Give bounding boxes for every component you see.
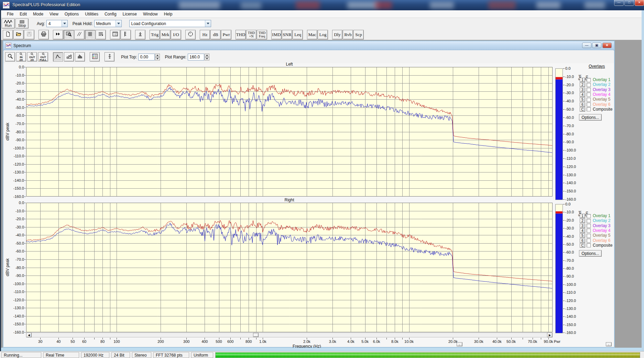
scrollbar-right-arrow[interactable]: ▶: [547, 333, 553, 337]
notes-display-button[interactable]: [96, 30, 106, 40]
overlay-set-button-6[interactable]: 6: [580, 238, 585, 243]
zoom-in-2x-button[interactable]: IN2X: [16, 52, 26, 61]
run-post-process-button[interactable]: [53, 30, 63, 40]
overlay-set-button-3[interactable]: 3: [580, 88, 585, 92]
overlay-on-checkbox-1[interactable]: [587, 214, 591, 218]
window-maximize-button[interactable]: □: [624, 0, 634, 6]
plot-top-input[interactable]: [138, 54, 155, 60]
signal-generator-button[interactable]: [135, 30, 145, 40]
spectrum-plot-left[interactable]: [26, 67, 553, 197]
window-minimize-button[interactable]: —: [614, 0, 624, 6]
overlay-on-checkbox-3[interactable]: [587, 224, 591, 228]
scrollbar-thumb[interactable]: [253, 333, 259, 337]
spectrum-restore-button[interactable]: ▣: [592, 43, 601, 48]
plot-top-spin-up[interactable]: [155, 54, 160, 57]
menu-edit[interactable]: Edit: [17, 11, 30, 17]
overlay-on-checkbox-6[interactable]: [587, 238, 591, 243]
overlay-on-checkbox-3[interactable]: [587, 88, 591, 92]
save-button[interactable]: [24, 30, 34, 40]
snr-button[interactable]: SNR: [282, 30, 292, 40]
spectrogram-display-button[interactable]: [85, 30, 95, 40]
menu-options[interactable]: Options: [62, 11, 82, 17]
menu-view[interactable]: View: [46, 11, 62, 17]
scale-button[interactable]: [121, 30, 131, 40]
plot-range-spin-down[interactable]: [205, 57, 209, 60]
spectrum-minimize-button[interactable]: —: [582, 43, 591, 48]
overlay-on-checkbox-5[interactable]: [587, 234, 591, 238]
overlay-on-checkbox-4[interactable]: [587, 92, 591, 97]
histogram-plot-button[interactable]: [75, 52, 85, 61]
marker-button[interactable]: Mrk: [160, 30, 171, 40]
plot-top-spin-down[interactable]: [155, 57, 160, 60]
load-configuration-select[interactable]: Load Configuration: [129, 20, 211, 27]
overlay-on-checkbox-2[interactable]: [587, 219, 591, 223]
hz-button[interactable]: Hz: [200, 30, 210, 40]
plot-range-spin-up[interactable]: [205, 54, 209, 57]
overlay-on-checkbox-6[interactable]: [587, 102, 591, 107]
thd-n-button[interactable]: THD+N: [246, 30, 256, 40]
overlay-set-button-c[interactable]: C: [580, 243, 585, 248]
pane-splitter-box-right[interactable]: ⌞: [606, 342, 612, 346]
thd-button[interactable]: THD: [236, 30, 246, 40]
zoom-out-2x-button[interactable]: OUT2X: [27, 52, 37, 61]
menu-help[interactable]: Help: [161, 11, 176, 17]
leq-button[interactable]: Leq: [293, 30, 303, 40]
overlay-set-button-2[interactable]: 2: [580, 82, 585, 87]
new-file-button[interactable]: [3, 30, 13, 40]
overlay-set-button-4[interactable]: 4: [580, 228, 585, 233]
window-close-button[interactable]: ✕: [635, 0, 644, 6]
zoom-tool-button[interactable]: [5, 52, 15, 61]
delay-button[interactable]: Dly: [332, 30, 342, 40]
horizontal-scrollbar[interactable]: [26, 333, 553, 337]
thd-freq-button[interactable]: THDFreq: [257, 30, 267, 40]
scope-button[interactable]: Scp: [353, 30, 364, 40]
run-button[interactable]: Run: [2, 19, 15, 29]
overlay-set-button-1[interactable]: 1: [580, 78, 585, 82]
overlay-on-checkbox-5[interactable]: [587, 98, 591, 102]
stop-button[interactable]: Stop: [15, 19, 29, 29]
trigger-button[interactable]: Trig: [150, 30, 160, 40]
open-file-button[interactable]: [13, 30, 24, 40]
overlay-set-button-6[interactable]: 6: [580, 102, 585, 107]
imd-button[interactable]: IMD: [271, 30, 282, 40]
plot-options-button[interactable]: [90, 52, 100, 61]
avg-select[interactable]: 4: [46, 20, 68, 27]
zoom-display-button[interactable]: [64, 30, 74, 40]
scrollbar-left-arrow[interactable]: ◀: [26, 333, 32, 337]
menu-file[interactable]: File: [4, 11, 17, 17]
menu-window[interactable]: Window: [140, 11, 161, 17]
avg-dropdown-button[interactable]: [62, 20, 67, 27]
overlay-on-checkbox-c[interactable]: [587, 243, 591, 247]
menu-mode[interactable]: Mode: [30, 11, 46, 17]
pane-splitter-box[interactable]: ⌞: [457, 342, 462, 346]
overlays-options-button[interactable]: Options...: [579, 250, 602, 257]
peak-hold-dropdown-button[interactable]: [116, 20, 121, 27]
vertical-scale-button[interactable]: [105, 52, 114, 61]
bar-plot-button[interactable]: [64, 52, 74, 61]
line-plot-button[interactable]: [53, 52, 63, 61]
overlay-set-button-4[interactable]: 4: [580, 92, 585, 97]
overlay-set-button-1[interactable]: 1: [580, 214, 585, 218]
overlay-set-button-2[interactable]: 2: [580, 219, 585, 223]
load-configuration-dropdown-button[interactable]: [205, 20, 211, 27]
log-button[interactable]: Log: [318, 30, 328, 40]
reverb-button[interactable]: Rvb: [343, 30, 353, 40]
db-button[interactable]: dB: [210, 30, 221, 40]
overlays-options-button[interactable]: Options...: [579, 114, 602, 121]
menu-utilities[interactable]: Utilities: [82, 11, 101, 17]
overlay-on-checkbox-1[interactable]: [587, 78, 591, 82]
spectrum-close-button[interactable]: ✕: [602, 43, 612, 48]
overlay-set-button-3[interactable]: 3: [580, 224, 585, 228]
print-button[interactable]: [39, 30, 49, 40]
spectrum-plot-right[interactable]: [26, 203, 553, 332]
overlay-set-button-c[interactable]: C: [580, 107, 585, 112]
plot-range-input[interactable]: [188, 54, 204, 60]
spectrum-title-bar[interactable]: Spectrum — ▣ ✕: [3, 41, 614, 50]
overlay-set-button-5[interactable]: 5: [580, 233, 585, 238]
overlay-on-checkbox-4[interactable]: [587, 228, 591, 233]
menu-license[interactable]: License: [120, 11, 140, 17]
zoom-out-full-button[interactable]: OUTFULL: [38, 52, 48, 61]
meter-button[interactable]: [185, 30, 196, 40]
pwr-button[interactable]: Pwr: [221, 30, 231, 40]
menu-config[interactable]: Config: [101, 11, 120, 17]
